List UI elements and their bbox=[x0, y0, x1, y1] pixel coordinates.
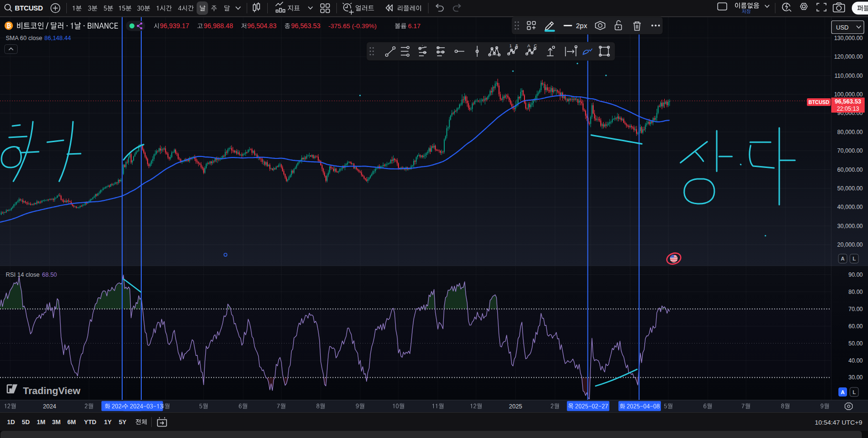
svg-text:120,000.00: 120,000.00 bbox=[834, 53, 863, 60]
svg-text:3M: 3M bbox=[52, 418, 61, 426]
svg-text:5D: 5D bbox=[22, 418, 30, 426]
svg-text:68.50: 68.50 bbox=[42, 271, 57, 278]
svg-text:A: A bbox=[841, 256, 845, 261]
svg-text:A: A bbox=[841, 389, 845, 395]
svg-text:A: A bbox=[527, 43, 530, 48]
svg-text:YTD: YTD bbox=[84, 418, 96, 426]
svg-text:L: L bbox=[853, 389, 856, 395]
svg-text:20,000.00: 20,000.00 bbox=[837, 241, 863, 248]
svg-text:2024: 2024 bbox=[43, 403, 56, 410]
svg-text:1: 1 bbox=[509, 43, 512, 48]
svg-text:5Y: 5Y bbox=[119, 418, 126, 426]
svg-text:BTCUSD: BTCUSD bbox=[808, 99, 829, 105]
svg-text:10:54:47 UTC+9: 10:54:47 UTC+9 bbox=[815, 419, 862, 426]
svg-text:30,000.00: 30,000.00 bbox=[837, 223, 863, 229]
svg-text:6.17: 6.17 bbox=[408, 22, 420, 30]
svg-text:6M: 6M bbox=[67, 418, 76, 426]
svg-text:L: L bbox=[853, 256, 856, 261]
svg-text:60.00: 60.00 bbox=[848, 323, 863, 330]
svg-text:RSI 14 close: RSI 14 close bbox=[6, 271, 40, 278]
svg-text:TradingView: TradingView bbox=[23, 385, 80, 396]
svg-text:110,000.00: 110,000.00 bbox=[835, 73, 863, 79]
svg-text:5: 5 bbox=[515, 43, 518, 48]
svg-text:96,988.48: 96,988.48 bbox=[204, 22, 233, 30]
svg-text:30.00: 30.00 bbox=[848, 374, 863, 381]
svg-text:130,000.00: 130,000.00 bbox=[834, 35, 863, 42]
svg-text:₿: ₿ bbox=[6, 22, 11, 29]
svg-text:96,563.53: 96,563.53 bbox=[835, 98, 861, 105]
svg-text:1Y: 1Y bbox=[104, 418, 112, 426]
svg-text:90.00: 90.00 bbox=[848, 271, 863, 278]
svg-text:C: C bbox=[534, 43, 537, 48]
svg-text:70,000.00: 70,000.00 bbox=[837, 147, 863, 154]
svg-text:40.00: 40.00 bbox=[848, 357, 863, 364]
svg-text:96,939.17: 96,939.17 bbox=[160, 22, 189, 30]
svg-text:1D: 1D bbox=[7, 418, 15, 426]
svg-text:70.00: 70.00 bbox=[848, 306, 863, 313]
svg-text:1M: 1M bbox=[37, 418, 45, 426]
svg-text:50,000.00: 50,000.00 bbox=[837, 185, 863, 192]
svg-text:SMA 60 close: SMA 60 close bbox=[6, 35, 42, 42]
svg-text:2025: 2025 bbox=[509, 403, 522, 410]
svg-text:100,000.00: 100,000.00 bbox=[834, 91, 863, 98]
svg-text:40,000.00: 40,000.00 bbox=[837, 204, 863, 210]
svg-text:86,148.44: 86,148.44 bbox=[44, 35, 71, 42]
svg-text:-375.65 (-0.39%): -375.65 (-0.39%) bbox=[328, 22, 376, 30]
svg-text:50.00: 50.00 bbox=[848, 340, 863, 347]
svg-text:BTCUSD: BTCUSD bbox=[15, 4, 43, 12]
svg-text:80,000.00: 80,000.00 bbox=[837, 129, 863, 136]
svg-text:2px: 2px bbox=[576, 22, 587, 30]
svg-text:80.00: 80.00 bbox=[848, 289, 863, 295]
svg-text:96,563.53: 96,563.53 bbox=[291, 22, 321, 30]
svg-text:22:05:13: 22:05:13 bbox=[837, 105, 859, 112]
svg-text:60,000.00: 60,000.00 bbox=[837, 167, 863, 173]
svg-text:96,504.83: 96,504.83 bbox=[247, 22, 277, 30]
svg-text:USD: USD bbox=[836, 24, 848, 31]
